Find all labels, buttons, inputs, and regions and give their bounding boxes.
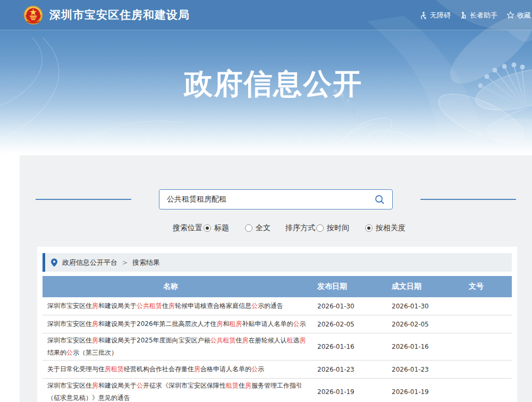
title-text: 关于日常化受理与住	[47, 365, 105, 373]
decor-line-right	[420, 199, 516, 200]
title-text: 深圳市宝安区住	[47, 337, 92, 344]
doc-date: 2026-01-16	[387, 343, 461, 350]
publish-date: 2026-02-05	[313, 321, 387, 328]
breadcrumb-current: 搜索结果	[132, 258, 160, 267]
search-options: 搜索位置标题全文排序方式按时间按相关度	[33, 223, 532, 233]
result-title-link[interactable]: 关于日常化受理与住房租赁经营机构合作社会存量住房合格申请人名单的公示	[43, 362, 313, 376]
highlighted-keyword: 房租赁	[105, 365, 124, 373]
location-pin-icon	[51, 258, 57, 267]
highlighted-keyword: 房	[300, 337, 306, 344]
result-title-link[interactable]: 深圳市宝安区住房和建设局关于公开征求《深圳市宝安区保障性租赁住房服务管理工作指引…	[43, 379, 313, 402]
doc-date: 2026-02-05	[387, 321, 461, 328]
radio-unselected-icon[interactable]	[245, 224, 252, 232]
title-text: 住	[239, 382, 245, 389]
national-emblem-logo	[23, 5, 43, 25]
results-card: 政府信息公开平台 > 搜索结果 名称 发布日期 成文日期 文号 深圳市宝安区住房…	[37, 247, 517, 402]
sort-mode-label: 排序方式	[285, 223, 315, 233]
highlighted-keyword: 公	[137, 382, 143, 389]
accessibility-link[interactable]: 无障碍	[420, 11, 451, 20]
column-header-publish-date: 发布日期	[313, 282, 387, 291]
main-content: 搜索位置标题全文排序方式按时间按相关度 政府信息公开平台 > 搜索结果 名称 发…	[20, 155, 532, 402]
title-text: 和建设局关于2025年度面向宝安区户籍	[98, 337, 210, 344]
highlighted-keyword: 房	[92, 382, 98, 389]
doc-date: 2026-01-30	[387, 303, 461, 310]
result-title-link[interactable]: 深圳市宝安区住房和建设局关于公共租赁住房轮候申请核查合格家庭信息公示的通告	[43, 299, 313, 313]
publish-date: 2026-01-16	[313, 343, 387, 350]
highlighted-keyword: 房	[92, 337, 98, 344]
highlighted-keyword: 房	[217, 320, 223, 328]
publish-date: 2026-01-30	[313, 303, 387, 310]
search-row	[20, 155, 532, 210]
highlighted-keyword: 房	[245, 382, 251, 389]
title-text: 住	[236, 337, 242, 344]
column-header-doc-date: 成文日期	[387, 282, 461, 291]
radio-sort-3[interactable]: 按相关度	[365, 223, 406, 233]
result-title-link[interactable]: 深圳市宝安区住房和建设局关于2026年第二批高层次人才住房和租房补贴申请人名单的…	[43, 317, 313, 331]
title-text: 在册轮候人认	[249, 337, 287, 344]
title-text: 和建设局关于	[98, 382, 137, 389]
breadcrumb-root[interactable]: 政府信息公开平台	[62, 258, 117, 267]
star-icon	[506, 11, 514, 19]
radio-label: 标题	[214, 223, 229, 233]
highlighted-keyword: 公	[251, 302, 258, 309]
title-text: 合格申请人名单的	[200, 365, 251, 373]
page-title: 政府信息公开	[0, 65, 532, 104]
title-text: 结果的	[47, 349, 66, 356]
highlighted-keyword: 房	[92, 320, 98, 328]
table-row: 深圳市宝安区住房和建设局关于2026年第二批高层次人才住房和租房补贴申请人名单的…	[43, 315, 512, 333]
publish-date: 2026-01-19	[313, 388, 387, 396]
result-title-link[interactable]: 深圳市宝安区住房和建设局关于2025年度面向宝安区户籍公共租赁住房在册轮候人认租…	[43, 333, 313, 360]
radio-label: 全文	[256, 223, 271, 233]
highlighted-keyword: 公共租赁	[137, 302, 162, 309]
radio-position-1[interactable]: 全文	[245, 223, 271, 233]
highlighted-keyword: 租赁	[226, 382, 239, 389]
results-table: 名称 发布日期 成文日期 文号 深圳市宝安区住房和建设局关于公共租赁住房轮候申请…	[43, 276, 512, 402]
search-box	[159, 189, 393, 210]
highlighted-keyword: 公	[66, 349, 73, 356]
highlighted-keyword: 租房	[230, 320, 242, 328]
top-links: 无障碍 长者助手 收藏	[411, 0, 531, 30]
title-text: 补贴申请人名单的	[242, 320, 293, 328]
doc-date: 2026-01-23	[387, 366, 461, 373]
highlighted-keyword: 公	[251, 365, 258, 373]
elder-assistant-link[interactable]: 长者助手	[460, 11, 497, 20]
doc-date: 2026-01-19	[387, 388, 461, 396]
title-text: 深圳市宝安区住	[47, 302, 92, 309]
search-input[interactable]	[167, 195, 375, 204]
title-text: 和建设局关于	[98, 302, 137, 309]
table-header: 名称 发布日期 成文日期 文号	[43, 276, 512, 297]
title-text: 深圳市宝安区住	[47, 320, 92, 328]
radio-selected-icon[interactable]	[204, 224, 211, 232]
banner: 深圳市宝安区住房和建设局 无障碍 长者助手	[0, 0, 532, 155]
highlighted-keyword: 房	[194, 365, 200, 373]
highlighted-keyword: 房	[168, 302, 175, 309]
radio-unselected-icon[interactable]	[316, 224, 324, 232]
table-row: 关于日常化受理与住房租赁经营机构合作社会存量住房合格申请人名单的公示2026-0…	[43, 361, 512, 379]
highlighted-keyword: 公共租赁	[210, 337, 236, 344]
elder-assistant-icon	[460, 12, 467, 19]
favorite-link[interactable]: 收藏	[506, 11, 531, 20]
decor-line-left	[36, 199, 131, 200]
title-text: 示	[300, 320, 306, 328]
table-row: 深圳市宝安区住房和建设局关于公共租赁住房轮候申请核查合格家庭信息公示的通告202…	[43, 297, 512, 315]
radio-selected-icon[interactable]	[365, 224, 373, 232]
table-row: 深圳市宝安区住房和建设局关于公开征求《深圳市宝安区保障性租赁住房服务管理工作指引…	[43, 379, 512, 402]
table-row: 深圳市宝安区住房和建设局关于2025年度面向宝安区户籍公共租赁住房在册轮候人认租…	[43, 333, 512, 361]
title-text: 示的通告	[258, 302, 283, 309]
column-header-name: 名称	[36, 282, 306, 291]
highlighted-keyword: 公	[293, 320, 300, 328]
title-text: 示（第三批次）	[73, 349, 117, 356]
title-text: 经营机构合作社会存量住	[124, 365, 194, 373]
highlighted-keyword: 租	[287, 337, 293, 344]
breadcrumb: 政府信息公开平台 > 搜索结果	[43, 253, 512, 272]
search-icon[interactable]	[375, 195, 385, 205]
accessibility-icon	[420, 12, 427, 19]
title-text: 深圳市宝安区住	[47, 382, 92, 389]
column-header-doc-number: 文号	[461, 282, 512, 291]
radio-label: 按相关度	[376, 223, 406, 233]
publish-date: 2026-01-23	[313, 366, 387, 373]
highlighted-keyword: 房	[92, 302, 98, 309]
title-text: 选	[293, 337, 300, 344]
radio-sort-2[interactable]: 按时间	[316, 223, 349, 233]
radio-position-0[interactable]: 标题	[204, 223, 229, 233]
